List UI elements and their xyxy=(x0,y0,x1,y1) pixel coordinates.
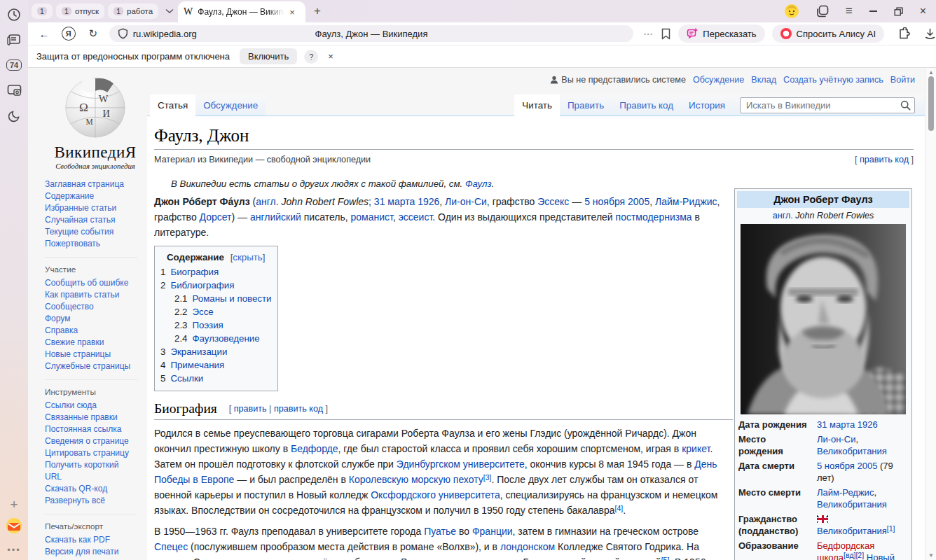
inline-link[interactable]: Лайм-Реджис xyxy=(817,487,874,498)
window-minimize-button[interactable] xyxy=(869,10,877,12)
sidebar-nav-link[interactable]: Ссылки сюда xyxy=(45,400,137,412)
downloads-icon[interactable] xyxy=(924,28,936,40)
sidebar-nav-link[interactable]: Новые страницы xyxy=(45,349,137,360)
personal-link[interactable]: Войти xyxy=(890,75,915,85)
sidebar-nav-link[interactable]: Скачать как PDF xyxy=(45,534,137,546)
url-field[interactable]: ru.wikipedia.org Фаулз, Джон — Википедия xyxy=(109,25,634,42)
inline-link[interactable]: Лайм-Риджис xyxy=(655,196,717,207)
sidebar-nav-link[interactable]: Заглавная страница xyxy=(45,178,137,190)
toc-link[interactable]: Примечания xyxy=(170,360,224,370)
inline-link[interactable]: эссеист xyxy=(399,211,433,223)
inline-link[interactable]: Великобритания xyxy=(817,526,887,536)
dark-mode-icon[interactable] xyxy=(0,105,28,126)
section-edit-links[interactable]: [ править | править код ] xyxy=(229,404,328,414)
inline-link[interactable]: Франции xyxy=(472,526,513,537)
inline-link[interactable]: Дорсет xyxy=(200,211,232,223)
extensions-puzzle-icon[interactable] xyxy=(897,27,910,41)
toc-entry[interactable]: 2.1Романы и повести xyxy=(174,292,272,305)
wiki-page-tab[interactable]: История xyxy=(681,94,733,116)
tab-group-pill[interactable]: 1отпуск xyxy=(56,4,104,19)
toc-entry[interactable]: 2.2Эссе xyxy=(174,305,272,318)
inline-link[interactable]: романист xyxy=(350,211,392,223)
inline-link[interactable]: править код xyxy=(274,404,323,414)
scrollbar-thumb[interactable] xyxy=(928,76,934,131)
yandex-mail-icon[interactable] xyxy=(0,515,28,536)
inline-link[interactable]: Фаулз xyxy=(465,178,492,189)
inline-link[interactable]: [вд] xyxy=(844,551,855,559)
sidebar-nav-link[interactable]: Текущие события xyxy=(45,226,137,238)
search-input[interactable] xyxy=(740,97,915,113)
sidebar-nav-link[interactable]: Скачать QR-код xyxy=(45,483,137,495)
toc-link[interactable]: Библиография xyxy=(170,280,234,290)
personal-link[interactable]: Создать учётную запись xyxy=(783,75,883,85)
tab-count-badge[interactable]: 74 xyxy=(0,55,28,76)
toc-entry[interactable]: 5Ссылки xyxy=(160,372,272,385)
inline-link[interactable]: крикет xyxy=(682,443,710,454)
sidebar-nav-link[interactable]: Форум xyxy=(45,313,137,325)
tab-group-pill[interactable]: 1работа xyxy=(108,4,158,19)
ask-alice-button[interactable]: Спросить Алису AI xyxy=(772,24,884,43)
more-actions-icon[interactable]: ⋯ xyxy=(643,28,654,39)
new-tab-button[interactable]: + xyxy=(314,4,321,18)
toc-link[interactable]: Экранизации xyxy=(170,346,227,357)
sidebar-nav-link[interactable]: Пожертвовать xyxy=(45,238,137,250)
active-browser-tab[interactable]: W Фаулз, Джон — Википе × xyxy=(178,1,305,22)
wiki-page-tab[interactable]: Править xyxy=(560,94,612,116)
inline-link[interactable]: [3] xyxy=(483,473,492,482)
tab-close-icon[interactable]: × xyxy=(289,7,295,18)
inline-link[interactable]: [1] xyxy=(887,524,895,533)
personal-link[interactable]: Обсуждение xyxy=(693,75,744,85)
sidebar-nav-link[interactable]: Сообщество xyxy=(45,301,137,313)
sidebar-nav-link[interactable]: Содержание xyxy=(45,190,137,202)
toc-link[interactable]: Романы и повести xyxy=(193,293,272,304)
edit-source-link[interactable]: [ править код ] xyxy=(855,155,914,164)
help-icon[interactable]: ? xyxy=(304,50,318,64)
sidebar-more-icon[interactable]: ••• xyxy=(0,539,28,560)
sidebar-nav-link[interactable]: Сведения о странице xyxy=(45,435,137,447)
inline-link[interactable]: Великобритания xyxy=(817,499,887,510)
toc-entry[interactable]: 2.4Фаулзоведение xyxy=(174,332,272,345)
sidebar-nav-link[interactable]: Получить короткий URL xyxy=(45,459,137,483)
toc-entry[interactable]: 1Биография xyxy=(160,265,272,279)
tab-sync-icon[interactable] xyxy=(816,5,829,18)
inline-link[interactable]: 31 марта 1926 xyxy=(817,419,878,430)
refresh-icon[interactable]: ↻ xyxy=(83,27,104,40)
personal-link[interactable]: Вклад xyxy=(751,75,776,85)
profile-avatar[interactable] xyxy=(784,4,799,19)
sidebar-nav-link[interactable]: Сообщить об ошибке xyxy=(45,277,137,289)
page-scrollbar[interactable]: ▲ ▼ xyxy=(925,68,936,560)
inline-link[interactable]: постмодернизма xyxy=(616,211,692,223)
inline-link[interactable]: англ. xyxy=(773,211,793,220)
inline-link[interactable]: [4] xyxy=(615,504,624,512)
inline-link[interactable]: Королевскую морскую пехоту xyxy=(349,474,483,485)
sidebar-nav-link[interactable]: Избранные статьи xyxy=(45,202,137,214)
window-close-button[interactable]: × xyxy=(920,5,926,18)
retell-button[interactable]: Пересказать xyxy=(678,24,764,43)
toc-link[interactable]: Фаулзоведение xyxy=(193,333,260,344)
toc-link[interactable]: Ссылки xyxy=(170,373,203,384)
toc-link[interactable]: Поэзия xyxy=(193,320,223,330)
inline-link[interactable]: Великобритания xyxy=(817,446,887,456)
inline-link[interactable]: 31 марта 1926 xyxy=(374,196,439,207)
wiki-page-tab[interactable]: Обсуждение xyxy=(195,94,266,116)
inline-link[interactable]: править xyxy=(234,404,267,414)
search-icon[interactable] xyxy=(900,100,911,113)
toc-toggle[interactable]: [скрыть] xyxy=(230,252,266,262)
inline-link[interactable]: англ. xyxy=(256,196,278,207)
shield-icon[interactable] xyxy=(118,28,128,39)
inline-link[interactable]: править код xyxy=(860,155,909,164)
inline-link[interactable]: лондонском xyxy=(500,541,555,552)
wiki-page-tab[interactable]: Править код xyxy=(612,94,681,116)
toc-link[interactable]: Биография xyxy=(170,267,219,277)
inline-link[interactable]: 5 ноября 2005 xyxy=(584,196,649,207)
inline-link[interactable]: Ли-он-Си xyxy=(445,196,487,207)
inline-link[interactable]: Ли-он-Си xyxy=(817,434,856,444)
inline-link[interactable]: Оксфордского университета xyxy=(371,489,500,500)
sidebar-nav-link[interactable]: Свежие правки xyxy=(45,337,137,349)
inline-link[interactable]: Бедфорде xyxy=(291,443,338,454)
sidebar-add-icon[interactable]: + xyxy=(0,494,28,515)
sidebar-nav-link[interactable]: Цитировать страницу xyxy=(45,447,137,459)
scroll-up-icon[interactable]: ▲ xyxy=(925,69,936,76)
wiki-page-tab[interactable]: Читать xyxy=(514,94,560,116)
inline-link[interactable]: Эдинбургском университете xyxy=(397,458,525,470)
